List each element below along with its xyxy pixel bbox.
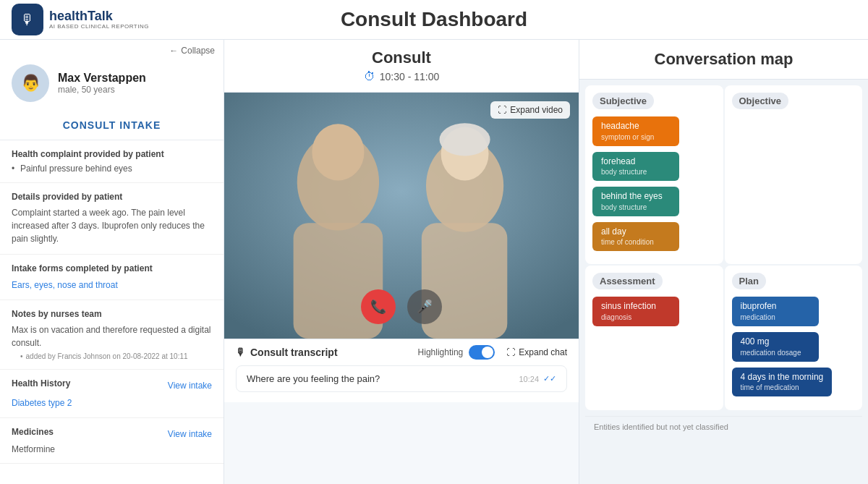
ibuprofen-tag: ibuprofen medication [732, 297, 819, 326]
avatar: 👨 [12, 64, 49, 102]
toggle-knob [482, 347, 493, 358]
patient-section: 👨 Max Verstappen male, 50 years [0, 59, 224, 114]
expand-chat-icon: ⛶ [506, 347, 515, 357]
assessment-label: Assessment [592, 273, 663, 289]
svg-point-7 [440, 123, 490, 156]
avatar-emoji: 👨 [21, 74, 41, 93]
map-grid: Subjective headache symptom or sign fore… [579, 80, 868, 416]
sinus-infection-tag: sinus infection diagnosis [592, 297, 679, 326]
logo-sub: AI BASED CLINICAL REPORTING [49, 24, 149, 30]
logo-text: healthTalk AI BASED CLINICAL REPORTING [49, 9, 149, 30]
right-panel: Conversation map Subjective headache sym… [579, 40, 868, 484]
logo: 🎙 healthTalk AI BASED CLINICAL REPORTING [0, 4, 161, 35]
phone-icon: 📞 [370, 299, 386, 315]
details-title: Details provided by patient [12, 192, 212, 202]
highlighting-toggle[interactable] [469, 345, 495, 360]
health-complaint-section: Health complaint provided by patient Pai… [0, 140, 224, 183]
intake-forms-title: Intake forms completed by patient [12, 263, 212, 273]
consult-header: Consult ⏱ 10:30 - 11:00 [224, 40, 579, 93]
logo-icon: 🎙 [12, 4, 43, 35]
notes-text: Max is on vacation and therefore request… [12, 323, 212, 349]
page-title: Consult Dashboard [341, 8, 527, 31]
patient-name: Max Verstappen [58, 72, 146, 85]
consult-time: ⏱ 10:30 - 11:00 [233, 70, 570, 83]
collapse-arrow-icon: ← [169, 46, 178, 56]
conversation-map-title: Conversation map [579, 40, 868, 80]
medicine-item: Metformine [12, 444, 212, 454]
details-section: Details provided by patient Complaint st… [0, 183, 224, 255]
health-history-row: Health History View intake [12, 378, 212, 393]
intake-forms-section: Intake forms completed by patient Ears, … [0, 255, 224, 300]
plan-quadrant: Plan ibuprofen medication 400 mg medicat… [725, 266, 863, 410]
transcript-section: 🎙 Consult transcript Highlighting ⛶ Expa… [224, 339, 579, 402]
mic-icon: 🎤 [417, 299, 433, 315]
highlighting-label: Highlighting [418, 347, 464, 357]
video-controls: 📞 🎤 [361, 289, 442, 324]
transcript-title: 🎙 Consult transcript [236, 347, 338, 358]
consult-title: Consult [233, 48, 570, 67]
medicines-section: Medicines View intake Metformine [0, 418, 224, 464]
highlighting-toggle-row: Highlighting [418, 345, 495, 360]
400mg-tag: 400 mg medication dosage [732, 332, 819, 362]
intake-form-link[interactable]: Ears, eyes, nose and throat [12, 280, 118, 290]
health-history-item[interactable]: Diabetes type 2 [12, 398, 72, 408]
subjective-label: Subjective [592, 93, 654, 109]
expand-chat-button[interactable]: ⛶ Expand chat [506, 347, 567, 357]
end-call-button[interactable]: 📞 [361, 289, 396, 324]
health-complaint-title: Health complaint provided by patient [12, 149, 212, 159]
behind-the-eyes-tag: behind the eyes body structure [592, 187, 679, 216]
objective-label: Objective [732, 93, 789, 109]
sidebar: ← Collapse 👨 Max Verstappen male, 50 yea… [0, 40, 224, 484]
chat-message-meta: 10:24 ✓✓ [519, 374, 556, 383]
transcript-header: 🎙 Consult transcript Highlighting ⛶ Expa… [224, 345, 579, 365]
all-day-tag: all day time of condition [592, 222, 679, 252]
notes-title: Notes by nurses team [12, 309, 212, 319]
svg-point-2 [312, 124, 364, 180]
view-intake-link[interactable]: View intake [168, 381, 212, 391]
health-complaint-item: Painful pressure behind eyes [12, 164, 212, 174]
consult-intake-title: CONSULT INTAKE [0, 114, 224, 140]
collapse-section: ← Collapse [0, 40, 224, 59]
expand-video-button[interactable]: ⛶ Expand video [490, 101, 570, 119]
headache-tag: headache symptom or sign [592, 116, 679, 146]
patient-meta: male, 50 years [58, 85, 146, 95]
mute-button[interactable]: 🎤 [407, 289, 442, 324]
app-header: 🎙 healthTalk AI BASED CLINICAL REPORTING… [0, 0, 868, 40]
medicines-title: Medicines [12, 427, 54, 437]
note-meta: added by Francis Johnson on 20-08-2022 a… [12, 352, 212, 360]
clock-icon: ⏱ [364, 70, 375, 83]
app-body: ← Collapse 👨 Max Verstappen male, 50 yea… [0, 40, 868, 484]
four-days-tag: 4 days in the morning time of medication [732, 368, 833, 397]
objective-quadrant: Objective [725, 85, 863, 264]
chat-time: 10:24 [519, 375, 539, 383]
plan-label: Plan [732, 273, 766, 289]
assessment-quadrant: Assessment sinus infection diagnosis [585, 266, 723, 410]
chat-message: Where are you feeling the pain? 10:24 ✓✓ [236, 365, 567, 392]
entities-footer: Entities identified but not yet classifi… [585, 416, 862, 437]
forehead-tag: forehead body structure [592, 152, 679, 182]
health-history-title: Health History [12, 378, 70, 389]
check-icon: ✓✓ [543, 374, 556, 383]
patient-info: Max Verstappen male, 50 years [58, 72, 146, 95]
collapse-button[interactable]: ← Collapse [169, 46, 215, 56]
logo-main: healthTalk [49, 9, 149, 24]
medicines-row: Medicines View intake [12, 427, 212, 441]
chat-message-text: Where are you feeling the pain? [247, 373, 380, 384]
expand-icon: ⛶ [498, 105, 506, 115]
transcript-icon: 🎙 [236, 347, 246, 358]
consult-time-text: 10:30 - 11:00 [380, 71, 440, 82]
health-history-section: Health History View intake Diabetes type… [0, 370, 224, 418]
video-container: ⛶ Expand video 📞 🎤 [224, 93, 579, 339]
main-content: Consult ⏱ 10:30 - 11:00 [224, 40, 579, 484]
subjective-quadrant: Subjective headache symptom or sign fore… [585, 85, 723, 264]
medicines-view-link[interactable]: View intake [168, 429, 212, 439]
details-text: Complaint started a week ago. The pain l… [12, 206, 212, 245]
notes-section: Notes by nurses team Max is on vacation … [0, 300, 224, 370]
